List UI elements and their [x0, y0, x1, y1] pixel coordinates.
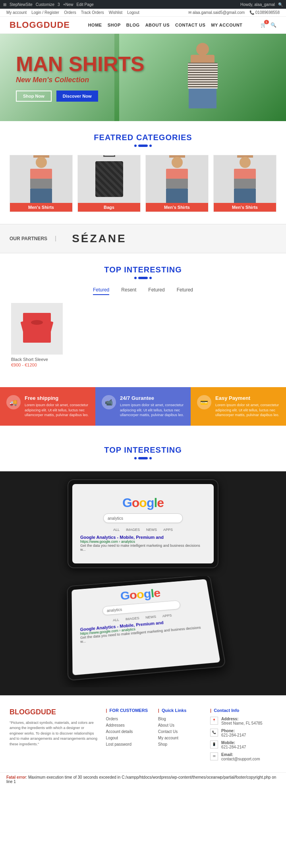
blog-result-title[interactable]: Google Analytics - Mobile, Premium and [80, 535, 206, 540]
nav-blog[interactable]: BLOG [126, 23, 140, 27]
contact-bar-right: ✉ alaa.gamal.said5@gmail.com 📞 010896985… [188, 10, 280, 15]
tab-news: NEWS [146, 528, 157, 532]
head-2 [172, 157, 183, 168]
footer-link-orders[interactable]: Orders [106, 717, 150, 721]
contact-bar-left: My account Login / Register Orders Track… [6, 10, 139, 15]
featured-categories-title: FEATRED CATEGORIES [10, 133, 276, 142]
blog-dark-section: Google analytics ALL IMAGES NEWS APPS Go… [0, 471, 286, 695]
feature-free-shipping: 🚚 Free shipping Lorem ipsum dolor sit am… [0, 387, 95, 426]
category-card-bags[interactable]: Bags [77, 155, 141, 212]
admin-edit[interactable]: Edit Page [76, 2, 93, 7]
site-logo[interactable]: BLOGGDUDE [10, 20, 70, 30]
wishlist-link[interactable]: Wishlist [109, 10, 122, 15]
footer-contact-col: Contact Info 📍 Address: Street Name, FL … [210, 708, 276, 764]
category-card-shirts-3[interactable]: Men's Shirts [213, 155, 276, 212]
category-img-bags [78, 155, 140, 203]
nav-home[interactable]: HOME [88, 23, 102, 27]
divider-dot-6 [149, 457, 152, 459]
nav-shop[interactable]: SHOP [108, 23, 121, 27]
logout-link[interactable]: Logout [127, 10, 139, 15]
footer-address-text: Address: Street Name, FL 54785 [221, 717, 263, 725]
footer-link-addresses[interactable]: Addresses [106, 723, 150, 727]
category-card-shirts-2[interactable]: Men's Shirts [145, 155, 209, 212]
shirt-person-figure-3 [225, 155, 265, 203]
blog-result-url: https://www.google.com › analytics [80, 540, 206, 544]
tshirt-collar [31, 320, 43, 325]
divider-dot [134, 145, 137, 147]
nav-icons: 🛒1 🔍 [261, 22, 276, 28]
categories-grid: Men's Shirts Bags [10, 155, 276, 212]
head [36, 157, 47, 168]
shipping-title: Free shipping [25, 395, 89, 401]
admin-customize[interactable]: Customize [36, 2, 54, 7]
hero-title: MAN SHIRTS [16, 54, 145, 74]
category-label-shirts-2: Men's Shirts [146, 203, 208, 212]
admin-wp-icon[interactable]: ⊞ [3, 2, 6, 7]
divider-line-2 [138, 277, 148, 279]
section-divider-3 [10, 457, 276, 459]
category-img-shirts-1 [10, 155, 72, 203]
tab-fetured-1[interactable]: Fetured [93, 287, 109, 295]
footer-link-account-details[interactable]: Account details [106, 729, 150, 734]
tab-resent[interactable]: Resent [121, 287, 136, 295]
footer-link-lost-password[interactable]: Lost password [106, 742, 150, 746]
blog-result-desc: Get the data you need to make intelligen… [80, 544, 206, 552]
section-divider-2 [10, 277, 276, 279]
tablet-angled-container: Google analytics ALL IMAGES NEWS APPS Go… [10, 576, 276, 687]
admin-site[interactable]: StepNewSite [10, 2, 33, 7]
search-bar-mock: analytics [103, 513, 183, 523]
track-orders-link[interactable]: Track Orders [81, 10, 104, 15]
featured-categories-section: FEATRED CATEGORIES Men's Shirts [0, 121, 286, 224]
shirt-person-figure-2 [157, 155, 197, 203]
footer-grid: BLOGGDUDE "Pictures, abstract symbols, m… [10, 708, 276, 764]
footer-link-my-account[interactable]: My account [158, 736, 202, 740]
product-name-black-shirt: Black Short Sleeve [11, 357, 63, 362]
my-account-link[interactable]: My account [6, 10, 27, 15]
footer-link-shop[interactable]: Shop [158, 742, 202, 746]
footer-link-blog[interactable]: Blog [158, 717, 202, 721]
shipping-content: Free shipping Lorem ipsum dolor sit amet… [25, 395, 89, 418]
guarantee-icon: 📹 [102, 395, 116, 409]
footer-link-about-us[interactable]: About Us [158, 723, 202, 727]
nav-contact[interactable]: CONTACT US [175, 23, 205, 27]
orders-link[interactable]: Orders [64, 10, 76, 15]
footer-brand-col: BLOGGDUDE "Pictures, abstract symbols, m… [10, 708, 98, 764]
tablet-device-1: Google analytics ALL IMAGES NEWS APPS Go… [68, 479, 218, 568]
footer-link-contact-us[interactable]: Contact Us [158, 729, 202, 734]
tab-fetured-2[interactable]: Fetured [148, 287, 164, 295]
tablet-screen-2: Google analytics ALL IMAGES NEWS APPS Go… [72, 579, 220, 675]
bag-strap [103, 155, 115, 157]
cart-badge: 1 [264, 20, 269, 24]
footer-customers-title: FOR CUSTOMERS [106, 708, 150, 713]
nav-account[interactable]: MY ACCOUNT [211, 23, 242, 27]
tab-fetured-3[interactable]: Fetured [177, 287, 193, 295]
mobile-icon: 📱 [210, 741, 218, 748]
cart-icon[interactable]: 🛒1 [261, 22, 267, 28]
divider-line-3 [138, 457, 148, 459]
tab-news-2: NEWS [145, 615, 157, 619]
hero-buttons: Shop Now Discover Now [16, 91, 145, 102]
partner-brand-sezane: SÉZANE [72, 232, 127, 245]
bag-body [95, 161, 123, 197]
search-icon[interactable]: 🔍 [271, 22, 276, 28]
nav-about[interactable]: ABOUT US [145, 23, 170, 27]
admin-new[interactable]: +New [63, 2, 73, 7]
product-card-black-shirt[interactable]: Black Short Sleeve €900 - €1200 [11, 303, 63, 367]
admin-comments[interactable]: 3 [58, 2, 60, 7]
discover-now-button[interactable]: Discover Now [56, 91, 98, 102]
footer-link-logout[interactable]: Logout [106, 736, 150, 740]
category-label-shirts-3: Men's Shirts [214, 203, 276, 212]
google-logo-text: Google [122, 496, 164, 510]
divider-dot-2 [149, 145, 152, 147]
login-register-link[interactable]: Login / Register [31, 10, 59, 15]
admin-search-icon[interactable]: 🔍 [278, 2, 283, 7]
footer-customers-links: Orders Addresses Account details Logout … [106, 717, 150, 746]
hero-subtitle: New Men's Collection [16, 76, 145, 84]
tablet-device-2: Google analytics ALL IMAGES NEWS APPS Go… [67, 576, 226, 681]
footer-logo[interactable]: BLOGGDUDE [10, 708, 98, 716]
shop-now-button[interactable]: Shop Now [16, 91, 52, 102]
category-card-shirts-1[interactable]: Men's Shirts [10, 155, 73, 212]
footer-phone-text: Phone: 621-284-2147 [221, 729, 246, 737]
hero-content: MAN SHIRTS New Men's Collection Shop Now… [0, 46, 160, 110]
admin-greeting: Howdy, alaa_gamal [240, 2, 275, 7]
